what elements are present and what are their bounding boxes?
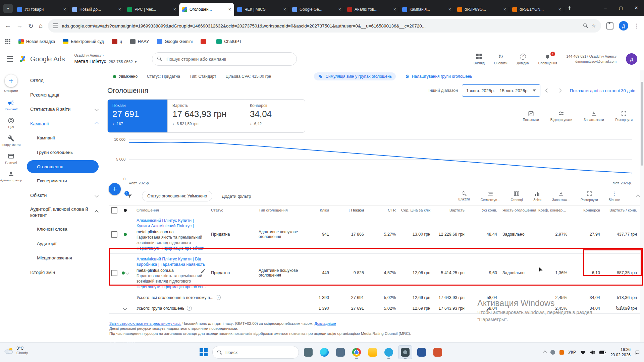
taskbar-app[interactable]	[366, 346, 379, 359]
col-ad[interactable]: Оголошення	[131, 208, 207, 212]
url-bar[interactable]: ads.google.com/aw/ads?campaignId=1969933…	[48, 19, 601, 33]
appearance-button[interactable]: Вигляд	[474, 53, 485, 65]
bookmark-star-icon[interactable]: ☆	[592, 23, 596, 28]
create-button[interactable]: +	[5, 74, 17, 87]
minimize-icon[interactable]: –	[598, 0, 613, 16]
rail-item-billing[interactable]: Платежі	[0, 150, 23, 168]
bookmark-item[interactable]	[201, 39, 208, 44]
tab-close-icon[interactable]: ×	[338, 7, 341, 12]
browser-tab[interactable]: Google Ge... ×	[289, 3, 344, 16]
tray-alert-icon[interactable]	[559, 350, 564, 355]
browser-tab[interactable]: Новый до... ×	[69, 3, 124, 16]
date-range-picker[interactable]: 1 жовт. 2025р. – 15 лют. 2026р.	[462, 84, 540, 97]
adjust-button[interactable]: Відкоригувати	[550, 111, 572, 122]
browser-profile-avatar[interactable]: Д	[619, 21, 628, 31]
col-conv-rate[interactable]: Коеф. конверсій	[538, 208, 571, 212]
ad-group-settings-link[interactable]: ⚙ Налаштування групи оголошень	[405, 74, 472, 79]
enabled-dot-icon[interactable]	[124, 233, 127, 236]
col-clicks[interactable]: Кліки	[304, 208, 332, 212]
tray-app-icon[interactable]	[550, 350, 555, 355]
collapse-chart-button[interactable]	[637, 193, 639, 199]
columns-button[interactable]: Стовпці	[511, 191, 523, 202]
edit-icon[interactable]	[201, 268, 206, 274]
volume-icon[interactable]	[590, 350, 595, 355]
browser-tab[interactable]: ЧЕК | MICS ×	[234, 3, 289, 16]
taskbar-clock[interactable]: 16:26 23.02.2026	[610, 347, 631, 358]
metric-card[interactable]: Вартість 17 643,93 грн ↓ -3 521,59 грн	[167, 100, 245, 132]
taskbar-app[interactable]	[334, 346, 347, 359]
notifications-button[interactable]: ! Сповіщення	[538, 53, 557, 65]
download-chart-button[interactable]: Завантажити	[584, 111, 604, 122]
expand-chart-button[interactable]: Розгорнути	[615, 111, 633, 122]
new-tab-button[interactable]: +	[568, 4, 572, 12]
refresh-icon[interactable]: ↻	[28, 22, 34, 30]
weather-widget[interactable]: 3°C Cloudy	[4, 346, 28, 356]
nav-item[interactable]: Місцеположення	[22, 251, 105, 265]
extensions-icon[interactable]	[606, 22, 613, 29]
row-checkbox[interactable]	[111, 231, 117, 238]
col-cost[interactable]: Вартість	[434, 208, 468, 212]
page-scrollbar[interactable]	[640, 70, 644, 343]
browser-tab[interactable]: PPC | Чек... ×	[124, 3, 179, 16]
table-row[interactable]: Алюмінієвий Плінтус Купити | Від виробни…	[109, 254, 640, 292]
table-row[interactable]: Алюмінієвий Плінтус Купити | Купити Алюм…	[109, 215, 640, 254]
browser-tab[interactable]: di-5IP89G... ×	[454, 3, 509, 16]
hidden-icons-button[interactable]	[543, 349, 546, 355]
taskbar-app[interactable]	[302, 346, 315, 359]
nav-item[interactable]: Експерименти	[22, 174, 105, 188]
ad-assets-link[interactable]: Переглянути інформацію про об'єкт · Пере…	[137, 285, 206, 289]
forward-icon[interactable]: →	[16, 22, 23, 29]
browser-menu-icon[interactable]: ⋮	[634, 22, 639, 29]
add-ad-fab[interactable]: +	[109, 183, 121, 195]
select-all-checkbox[interactable]	[111, 207, 117, 214]
browser-tab[interactable]: Аналіз тов... ×	[344, 3, 399, 16]
reports-button[interactable]: Звіти	[533, 191, 541, 202]
rail-item-admin[interactable]: Адміні-стратор	[0, 168, 23, 185]
nav-item[interactable]: Групи оголошень	[22, 145, 105, 160]
bookmark-item[interactable]: ц	[112, 39, 122, 44]
col-avg-cpc[interactable]: Сер. ціна за клік	[399, 208, 434, 212]
nav-item[interactable]: Історія змін	[22, 265, 105, 280]
col-cost-per-conv[interactable]: Вартість / конв.	[603, 208, 640, 212]
taskbar-app[interactable]	[398, 345, 412, 359]
row-caret-icon[interactable]	[125, 272, 129, 275]
metric-card[interactable]: Покази 27 691 ↓ -167	[108, 100, 167, 132]
nav-item[interactable]: Рекомендації	[22, 87, 105, 102]
more-button[interactable]: ⋮Більше	[609, 191, 620, 202]
notification-center-icon[interactable]	[635, 350, 640, 355]
download-table-button[interactable]: Завантаж...	[552, 191, 570, 202]
rail-item-campaigns[interactable]: Кампанії	[0, 97, 23, 114]
language-indicator[interactable]: УКР	[568, 350, 576, 355]
segment-button[interactable]: Сегментув...	[481, 191, 500, 202]
nav-item[interactable]: Аудиторії, ключові слова й контент	[22, 202, 105, 222]
taskbar-app[interactable]	[415, 346, 428, 359]
col-quality[interactable]: Якість оголошення	[500, 208, 538, 212]
tab-close-icon[interactable]: ×	[118, 7, 121, 12]
tab-close-icon[interactable]: ×	[393, 7, 396, 12]
nav-item[interactable]: Кампанії	[22, 116, 105, 131]
start-button[interactable]	[200, 348, 208, 356]
metric-card[interactable]: Конверсії 34,04 ↓ -6,42	[245, 100, 305, 132]
bookmark-item[interactable]: Google Gemini	[157, 39, 193, 44]
status-filter-chip[interactable]: Статус оголошення: Увімкнено	[142, 191, 212, 201]
enabled-dot-icon[interactable]	[122, 272, 125, 275]
col-all-conv[interactable]: Усі конв.	[468, 208, 500, 212]
col-status[interactable]: Статус	[207, 208, 255, 212]
realtime-note-link[interactable]: Звіти створюються не в реальному часі.	[109, 321, 181, 325]
tab-close-icon[interactable]: ×	[558, 7, 561, 12]
bookmark-item[interactable]: НААУ	[130, 39, 149, 44]
taskbar-app[interactable]	[350, 346, 363, 359]
close-icon[interactable]: ✕	[629, 0, 644, 16]
home-icon[interactable]: ⌂	[39, 22, 43, 29]
site-info-icon[interactable]	[53, 23, 58, 28]
range-next-button[interactable]	[554, 85, 565, 96]
rail-item-tools[interactable]: Інстру-менти	[0, 132, 23, 150]
tab-close-icon[interactable]: ×	[63, 7, 66, 12]
nav-item[interactable]: Огляд	[22, 73, 105, 87]
nav-item[interactable]: Об'єкти	[22, 188, 105, 202]
nav-item[interactable]: Кампанії	[22, 131, 105, 145]
ad-headline-link[interactable]: Алюмінієвий Плінтус Купити | Від виробни…	[137, 256, 206, 267]
last-30-days-link[interactable]: Показати дані за останні 30 днів	[570, 88, 635, 93]
breadcrumb[interactable]: Osadchiy Agency › Метал Плінтус282-755-0…	[74, 53, 137, 64]
tab-close-icon[interactable]: ×	[283, 7, 286, 12]
